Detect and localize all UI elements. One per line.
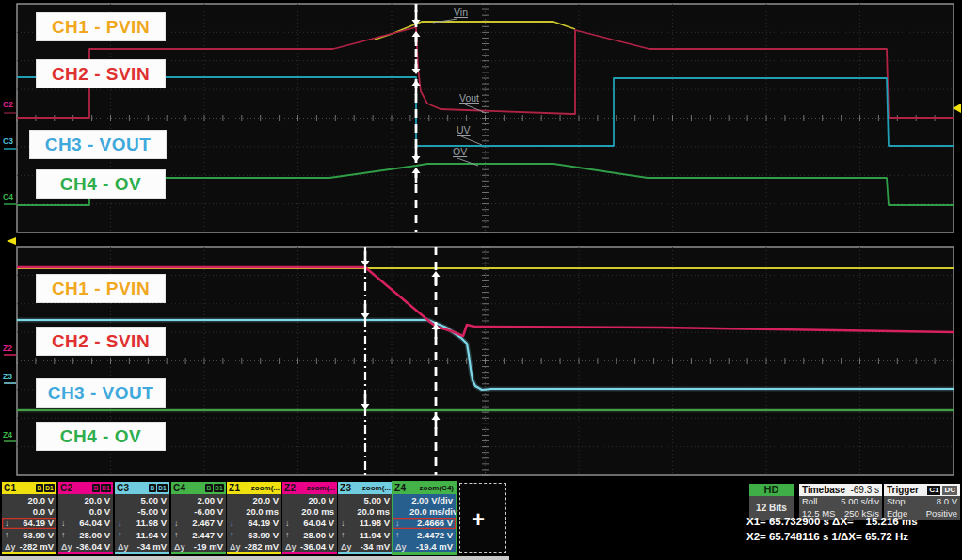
channel-label-bottom-ch3: CH3 - VOUT [36,378,166,408]
dialog-bottom-edge [0,556,509,560]
descriptor-value: 0.0 V [75,506,110,517]
descriptor-value: 11.94 V [132,530,167,540]
descriptor-box-Z1[interactable]: Z1zoom(...20.0 V20.0 ms↓64.19 V↑63.90 VΔ… [227,482,281,554]
descriptor-value: 20.0 V [244,495,279,505]
descriptor-box-C3[interactable]: C3BD15.00 V-5.00 V↓11.98 V↑11.94 VΔy-34 … [115,482,169,554]
annotation-UV: UV [457,124,471,136]
descriptor-header-Z2[interactable]: Z2zoom(... [282,482,337,494]
hd-mode-title: HD [749,484,794,496]
channel-label-top-ch4: CH4 - OV [36,169,166,199]
descriptor-box-Z3[interactable]: Z3zoom(...5.00 V20.0 ms↓11.98 V↑11.94 VΔ… [338,482,393,554]
descriptor-color-strip [338,552,393,554]
trigger-box[interactable]: Trigger C1 DC Stop 8.0 V Edge Positive [884,484,960,520]
descriptor-badge-B: B [205,484,213,492]
descriptor-value: 2.00 V [188,495,223,505]
trigger-slope: Positive [926,508,957,520]
descriptor-value: 63.90 V [19,530,54,540]
annotation-Vin: Vin [454,7,468,18]
descriptor-box-Z2[interactable]: Z2zoom(...20.0 V20.0 ms↓64.04 V↑28.00 VΔ… [282,482,337,554]
axis-marker-C2[interactable]: C2 [3,100,13,109]
axis-marker-Z2[interactable]: Z2 [3,344,12,353]
descriptor-value: 2.00 V/div [409,495,453,505]
descriptor-row: Δy-282 mV [227,541,281,552]
descriptor-row: 20.0 ms [338,505,393,517]
descriptor-values: 20.0 V0.0 V↓64.19 V↑63.90 VΔy-282 mV [2,494,56,552]
descriptor-box-Z4[interactable]: Z4zoom(C4)2.00 V/div20.0 ms/div↓2.4666 V… [393,482,456,554]
descriptor-value: 20.0 V [75,495,110,505]
descriptor-header-C2[interactable]: C2BD1 [58,482,113,494]
descriptor-row: 20.0 ms/div [393,505,456,517]
axis-marker-C3[interactable]: C3 [3,136,13,146]
descriptor-value: 20.0 ms [355,506,390,517]
descriptor-row: ↓11.98 V [338,518,393,529]
axis-marker-C4[interactable]: C4 [3,192,13,201]
timebase-mode: Roll [802,496,817,508]
descriptor-row: Δy-34 mV [115,541,169,552]
descriptor-row: 2.00 V/div [393,494,456,505]
descriptor-row-highlighted: ↓2.4666 V [393,518,456,529]
axis-marker-Z3[interactable]: Z3 [3,372,12,381]
descriptor-zoom-source: zoom(... [307,482,335,494]
descriptor-row: ↑63.90 V [2,529,56,540]
measure-icon: Δy [118,542,132,552]
descriptor-values: 20.0 V0.0 V↓64.04 V↑28.00 VΔy-36.04 V [58,494,113,552]
descriptor-value: 28.00 V [75,530,110,540]
descriptor-id: Z4 [394,482,406,494]
descriptor-value: 20.0 V [299,495,334,505]
descriptor-id: C4 [173,482,185,494]
descriptor-header-C1[interactable]: C1BD1 [2,482,56,494]
cursor-readout-x2: X2= 65.748116 s 1/ΔX= 65.72 Hz [746,531,908,542]
descriptor-row: ↓64.04 V [58,518,113,529]
descriptor-values: 5.00 V20.0 ms↓11.98 V↑11.94 VΔy-34 mV [338,494,393,552]
descriptor-row: -6.00 V [171,505,226,517]
descriptor-header-Z1[interactable]: Z1zoom(... [227,482,281,494]
descriptor-value: 2.447 V [188,530,223,540]
descriptor-row: ↑11.94 V [115,529,169,540]
descriptor-id: C2 [60,482,72,494]
descriptor-value: 0.0 V [19,506,54,517]
descriptor-row: ↑63.90 V [227,529,281,540]
descriptor-row: Δy-36.04 V [58,541,113,552]
measure-icon: ↓ [285,519,299,528]
descriptor-header-Z3[interactable]: Z3zoom(... [338,482,393,494]
descriptor-row: 20.0 ms [227,505,281,517]
descriptor-value: 64.04 V [299,518,334,528]
descriptor-box-C1[interactable]: C1BD120.0 V0.0 V↓64.19 V↑63.90 VΔy-282 m… [2,482,56,554]
descriptor-box-C4[interactable]: C4BD12.00 V-6.00 V↓2.467 V↑2.447 VΔy-19 … [171,482,226,554]
descriptor-row: ↓11.98 V [115,518,169,529]
descriptor-badge-B: B [92,484,100,492]
descriptor-box-C2[interactable]: C2BD120.0 V0.0 V↓64.04 V↑28.00 VΔy-36.04… [58,482,113,554]
descriptor-header-C4[interactable]: C4BD1 [171,482,226,494]
descriptor-color-strip [227,552,281,554]
descriptor-header-C3[interactable]: C3BD1 [115,482,169,494]
descriptor-value: 2.4666 V [409,518,453,528]
measure-icon: Δy [61,542,75,552]
descriptor-value: -36.04 V [75,541,110,552]
descriptor-color-strip [393,552,456,554]
trigger-level: 8.0 V [937,496,957,508]
descriptor-id: Z1 [229,482,240,494]
descriptor-color-strip [2,552,56,554]
measure-icon: ↑ [61,530,75,539]
descriptor-id: Z2 [284,482,296,494]
descriptor-value: -19.4 mV [409,541,453,552]
descriptor-id: C3 [117,482,129,494]
channel-label-top-ch3: CH3 - VOUT [29,130,167,159]
measure-icon: Δy [5,542,19,552]
descriptor-row: ↓64.19 V [227,518,281,529]
hd-mode-box[interactable]: HD 12 Bits [749,484,794,520]
timebase-box[interactable]: Timebase -69.3 s Roll 5.00 s/div 12.5 MS… [799,484,882,520]
descriptor-header-Z4[interactable]: Z4zoom(C4) [393,482,456,494]
offgrid-marker-icon [7,237,16,245]
descriptor-values: 20.0 V20.0 ms↓64.19 V↑63.90 VΔy-282 mV [227,494,281,552]
measure-icon: Δy [341,542,355,552]
timebase-scale: 5.00 s/div [841,496,879,508]
trigger-source-badge: C1 [927,486,940,495]
descriptor-value: 11.94 V [355,530,390,540]
trigger-level-marker-icon[interactable] [953,104,961,113]
descriptor-color-strip [282,552,337,554]
trigger-coupling-badge: DC [942,486,957,495]
axis-marker-Z4[interactable]: Z4 [3,430,12,440]
descriptor-color-strip [58,552,113,554]
add-trace-box[interactable]: + [459,483,506,553]
